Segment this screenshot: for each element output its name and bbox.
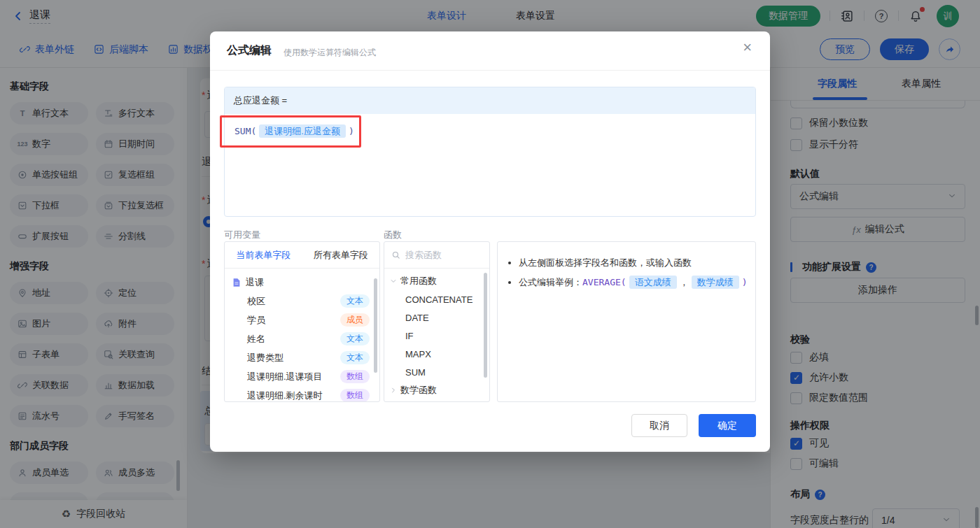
- variable-row[interactable]: 退课明细.剩余课时数组: [225, 386, 379, 402]
- type-badge: 成员: [340, 313, 370, 327]
- divider: [210, 70, 770, 71]
- type-badge: 文本: [340, 351, 370, 364]
- variables-tabs: 当前表单字段 所有表单字段: [225, 242, 379, 269]
- formula-editor-modal: 公式编辑 使用数学运算符编辑公式 × 总应退金额 = SUM(退课明细.应退金额…: [210, 31, 770, 452]
- type-badge: 文本: [340, 294, 370, 308]
- close-icon[interactable]: ×: [743, 40, 752, 55]
- functions-panel: 常用函数 CONCATENATE DATE IF MAPX SUM 数学函数 文…: [384, 241, 490, 402]
- functions-label: 函数: [384, 229, 402, 241]
- function-item[interactable]: IF: [384, 327, 489, 345]
- variable-row[interactable]: 校区文本: [225, 292, 379, 311]
- variable-row[interactable]: 退费类型文本: [225, 348, 379, 367]
- function-group-text[interactable]: 文本函数: [384, 399, 489, 402]
- help-line-2: 公式编辑举例：AVERAGE(语文成绩，数学成绩): [519, 273, 752, 292]
- function-item[interactable]: CONCATENATE: [384, 290, 489, 308]
- confirm-button[interactable]: 确定: [699, 414, 756, 437]
- example-function: AVERAGE(: [582, 277, 626, 287]
- cancel-button[interactable]: 取消: [631, 414, 687, 437]
- type-badge: 数组: [340, 370, 370, 383]
- tab-all-form-fields[interactable]: 所有表单字段: [302, 242, 380, 268]
- formula-expression[interactable]: SUM(退课明细.应退金额): [225, 114, 755, 149]
- function-search: [384, 242, 489, 269]
- example-field-chip: 数学成绩: [692, 276, 739, 289]
- variables-scrollbar-thumb[interactable]: [374, 278, 377, 373]
- variables-label: 可用变量: [224, 229, 260, 241]
- search-icon: [391, 250, 401, 260]
- chevron-down-icon: [390, 278, 397, 285]
- function-group-math[interactable]: 数学函数: [384, 381, 489, 399]
- modal-subtitle: 使用数学运算符编辑公式: [284, 47, 376, 59]
- variables-panel: 当前表单字段 所有表单字段 退课 校区文本 学员成员 姓名文本 退费类型文本 退…: [224, 241, 380, 402]
- app-screen: 退课 表单设计 表单设置 数据管理 ? 训 表单外链 后端脚本: [0, 0, 980, 528]
- function-group-common[interactable]: 常用函数: [384, 272, 489, 290]
- variable-row[interactable]: 姓名文本: [225, 329, 379, 348]
- document-icon: [232, 278, 241, 287]
- function-item[interactable]: DATE: [384, 308, 489, 327]
- modal-title: 公式编辑: [227, 43, 272, 58]
- formula-close-paren: ): [349, 126, 354, 136]
- tab-current-form-fields[interactable]: 当前表单字段: [225, 242, 302, 268]
- variable-row[interactable]: 学员成员: [225, 311, 379, 329]
- help-line-1: 从左侧面板选择字段名和函数，或输入函数: [519, 253, 752, 273]
- formula-target: 总应退金额 =: [225, 87, 755, 114]
- formula-function: SUM(: [234, 126, 256, 136]
- modal-footer: 取消 确定: [631, 414, 756, 437]
- chevron-right-icon: [390, 387, 397, 394]
- function-item[interactable]: MAPX: [384, 345, 489, 363]
- function-search-input[interactable]: [405, 250, 482, 260]
- help-panel: 从左侧面板选择字段名和函数，或输入函数 公式编辑举例：AVERAGE(语文成绩，…: [497, 241, 756, 402]
- type-badge: 文本: [340, 332, 370, 345]
- formula-field-chip[interactable]: 退课明细.应退金额: [259, 124, 346, 138]
- variable-tree-root[interactable]: 退课: [225, 273, 379, 292]
- type-badge: 数组: [340, 389, 370, 402]
- functions-scrollbar-thumb[interactable]: [484, 273, 487, 378]
- variable-row[interactable]: 退课明细.退课项目数组: [225, 367, 379, 386]
- function-item[interactable]: SUM: [384, 363, 489, 381]
- example-field-chip: 语文成绩: [629, 276, 677, 289]
- formula-editor-box[interactable]: 总应退金额 = SUM(退课明细.应退金额): [224, 87, 756, 217]
